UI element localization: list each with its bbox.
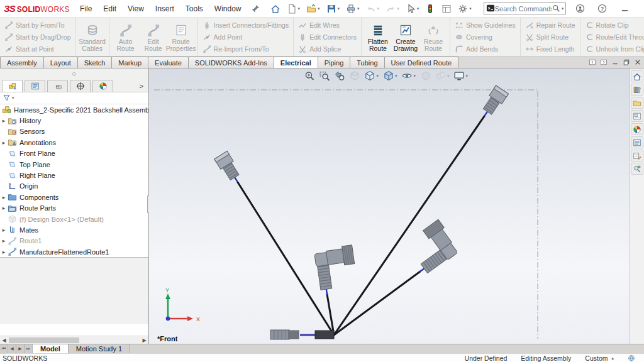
filter-caret-icon[interactable]: ▾	[12, 96, 14, 101]
ribbon-button-edit-route[interactable]: Edit Route	[140, 21, 167, 52]
ribbon-button-show-guidelines[interactable]: Show Guidelines	[453, 19, 518, 31]
custom-caret-icon[interactable]: ▴	[611, 356, 614, 361]
taskpane-custom-properties-button[interactable]	[631, 136, 643, 148]
options-gear-button[interactable]: ▾	[456, 3, 474, 15]
menu-tools[interactable]: Tools	[180, 3, 209, 15]
tree-item-components[interactable]: ▸Components	[0, 192, 148, 202]
graphics-viewport[interactable]: YX ▾▾▾▾▾ *Front	[149, 69, 630, 344]
dropdown-caret-icon[interactable]: ▾	[447, 74, 450, 79]
ribbon-button-reuse-route[interactable]: Reuse Route	[419, 21, 447, 52]
magnifier-icon[interactable]	[552, 4, 560, 14]
doc-pane-next-button[interactable]	[600, 58, 608, 66]
tree-item-route-parts[interactable]: ▸Route Parts	[0, 203, 148, 214]
rebuild-traffic-light-button[interactable]	[423, 3, 437, 15]
section-view-button[interactable]	[349, 70, 360, 81]
dropdown-caret-icon[interactable]: ▾	[469, 6, 472, 11]
doc-pane-previous-button[interactable]	[589, 58, 596, 66]
tab-user-defined-route[interactable]: User Defined Route	[384, 57, 459, 68]
tabnav-first-icon[interactable]: ⏮	[0, 344, 8, 353]
panel-tab-overflow-chevron[interactable]: >	[135, 80, 148, 92]
dropdown-caret-icon[interactable]: ▾	[417, 6, 419, 11]
search-commands-box[interactable]: ▾	[484, 3, 567, 14]
new-document-button[interactable]: ▾	[285, 3, 303, 15]
display-pane-button[interactable]	[440, 3, 453, 15]
print-button[interactable]: ▾	[344, 3, 362, 15]
dropdown-caret-icon[interactable]: ▾	[298, 6, 301, 11]
tree-item-harness-2-specific-2021-backshell-assemb[interactable]: Harness_2-Specific 2021 Backshell Assemb…	[0, 104, 148, 115]
tabnav-prev-icon[interactable]: ◀	[8, 344, 16, 353]
harness-connector-dsub[interactable]	[214, 151, 244, 185]
dropdown-caret-icon[interactable]: ▾	[466, 74, 469, 79]
harness-cable[interactable]	[334, 116, 484, 335]
tab-motion-study-1[interactable]: Motion Study 1	[69, 344, 130, 353]
tab-solidworks-add-ins[interactable]: SOLIDWORKS Add-Ins	[188, 57, 274, 68]
ribbon-button-start-by-drag-drop[interactable]: Start by Drag/Drop	[3, 31, 73, 43]
ribbon-button-start-at-point[interactable]: Start at Point	[3, 43, 73, 55]
ribbon-button-create-drawing[interactable]: Create Drawing	[392, 21, 419, 52]
ribbon-button-edit-wires[interactable]: Edit Wires	[296, 19, 358, 31]
taskpane-solidworks-resources-button[interactable]	[631, 163, 643, 175]
doc-restore-button[interactable]	[623, 58, 630, 66]
panel-tab-dimxpertmanager[interactable]	[70, 80, 91, 92]
taskpane-appearances-button[interactable]	[631, 123, 643, 135]
panel-tab-displaymanager[interactable]	[92, 80, 113, 92]
ribbon-button-standard-cables[interactable]: Standard Cables	[79, 21, 106, 52]
previous-view-button[interactable]	[334, 70, 345, 81]
ribbon-button-split-route[interactable]: Split Route	[523, 31, 577, 43]
pin-icon[interactable]	[248, 3, 262, 15]
apply-scene-button[interactable]: ▾	[435, 70, 450, 81]
search-caret-icon[interactable]: ▾	[562, 6, 564, 11]
expand-arrow-icon[interactable]: ▸	[0, 140, 8, 146]
expand-arrow-icon[interactable]: ▸	[0, 118, 8, 124]
doc-close-button[interactable]	[634, 58, 641, 66]
scroll-right-icon[interactable]: ▶	[140, 336, 148, 344]
user-account-button[interactable]	[574, 3, 587, 14]
ribbon-button-edit-connectors[interactable]: Edit Connectors	[296, 31, 358, 43]
tree-filter-row[interactable]: ▾	[0, 92, 148, 104]
tabnav-last-icon[interactable]: ⏭	[25, 344, 33, 353]
dropdown-caret-icon[interactable]: ▾	[338, 6, 340, 11]
panel-collapse-handle[interactable]	[0, 69, 148, 80]
menu-view[interactable]: View	[122, 3, 150, 15]
tab-piping[interactable]: Piping	[318, 57, 351, 68]
taskpane-view-palette-button[interactable]	[631, 110, 643, 122]
taskpane-home-button[interactable]	[631, 70, 643, 82]
tabnav-next-icon[interactable]: ▶	[16, 344, 25, 353]
ribbon-button-route-edit-through-clip[interactable]: Route/Edit Through Clip	[583, 31, 644, 43]
taskpane-file-explorer-button[interactable]	[631, 97, 643, 109]
panel-tab-configurationmanager[interactable]: B	[47, 80, 68, 92]
ribbon-button-add-bends[interactable]: Add Bends	[453, 43, 518, 55]
expand-arrow-icon[interactable]: ▸	[0, 194, 8, 200]
dropdown-caret-icon[interactable]: ▾	[357, 6, 360, 11]
redo-button[interactable]: ▾	[384, 3, 401, 15]
tree-item-sensors[interactable]: Sensors	[0, 126, 148, 137]
tab-assembly[interactable]: Assembly	[0, 57, 44, 68]
select-button[interactable]: ▾	[404, 3, 421, 15]
dropdown-caret-icon[interactable]: ▾	[318, 6, 320, 11]
minimize-button[interactable]	[616, 3, 633, 15]
expand-arrow-icon[interactable]: ▸	[0, 205, 8, 211]
status-custom-selector[interactable]: Custom▴	[585, 354, 614, 362]
menu-insert[interactable]: Insert	[150, 3, 180, 15]
tree-item-annotations[interactable]: ▸AAnnotations	[0, 137, 148, 148]
harness-cable[interactable]	[334, 272, 420, 335]
display-style-button[interactable]: ▾	[383, 70, 397, 81]
web-globe-icon[interactable]	[628, 354, 635, 362]
tree-item-mates[interactable]: ▸Mates	[0, 224, 148, 235]
restore-button[interactable]	[639, 3, 644, 15]
tab-electrical[interactable]: Electrical	[274, 57, 318, 68]
ribbon-button-flatten-route[interactable]: Flatten Route	[364, 21, 392, 52]
dropdown-caret-icon[interactable]: ▾	[377, 6, 380, 11]
ribbon-button-add-point[interactable]: Add Point	[201, 31, 291, 43]
taskpane-property-tab-builder-button[interactable]	[631, 150, 643, 162]
menu-window[interactable]: Window	[209, 3, 247, 15]
harness-connector-elbow[interactable]	[314, 245, 358, 296]
zoom-to-fit-button[interactable]	[304, 70, 314, 81]
tree-item-top-plane[interactable]: Top Plane	[0, 159, 148, 170]
ribbon-button-insert-connectors-fittings[interactable]: Insert Connectors/Fittings	[201, 19, 291, 31]
tree-item-front-plane[interactable]: Front Plane	[0, 148, 148, 159]
edit-appearance-button[interactable]	[420, 70, 431, 81]
scrollbar-thumb[interactable]	[9, 337, 79, 343]
dropdown-caret-icon[interactable]: ▾	[376, 74, 379, 79]
help-button[interactable]: ?	[596, 3, 609, 14]
